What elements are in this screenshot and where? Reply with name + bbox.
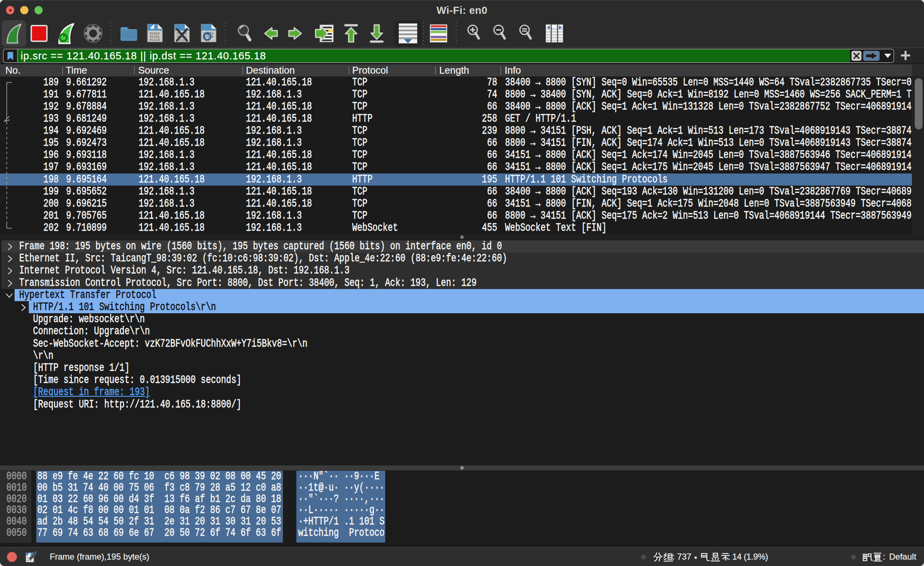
svg-text:01110: 01110 [150, 38, 160, 42]
